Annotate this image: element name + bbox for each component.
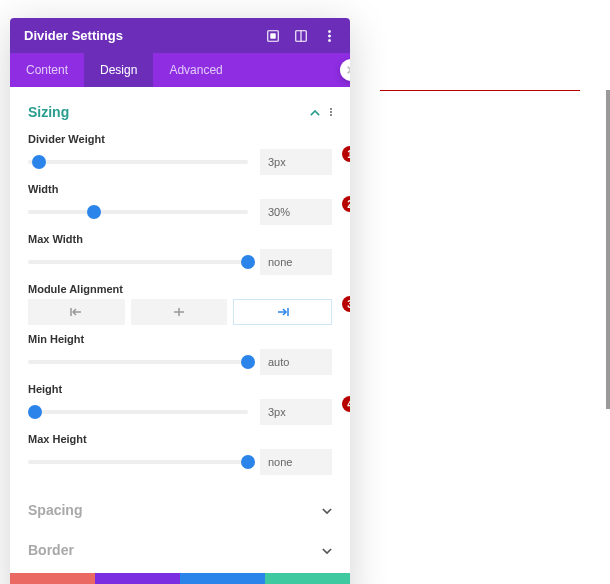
divider-preview <box>380 90 580 91</box>
redo-button[interactable] <box>180 573 265 584</box>
annotation-badge-2: 2 <box>342 196 350 212</box>
annotation-badge-4: 4 <box>342 396 350 412</box>
layout-icon[interactable] <box>294 29 308 43</box>
annotation-badge-1: 1 <box>342 146 350 162</box>
control-max-width: Max Width <box>28 233 332 275</box>
panel-header: Divider Settings <box>10 18 350 53</box>
align-right-button[interactable] <box>233 299 332 325</box>
tab-advanced[interactable]: Advanced <box>153 53 238 87</box>
svg-point-6 <box>328 39 330 41</box>
panel-body: Sizing Divider Weight 1 Width <box>10 87 350 573</box>
slider-height[interactable] <box>28 399 248 425</box>
control-height: Height 4 <box>28 383 332 425</box>
chevron-up-icon <box>310 103 320 121</box>
label-divider-weight: Divider Weight <box>28 133 332 145</box>
label-height: Height <box>28 383 332 395</box>
section-spacing-header[interactable]: Spacing <box>28 483 332 523</box>
tab-content[interactable]: Content <box>10 53 84 87</box>
annotation-badge-3: 3 <box>342 296 350 312</box>
slider-max-height[interactable] <box>28 449 248 475</box>
slider-width[interactable] <box>28 199 248 225</box>
input-height[interactable] <box>260 399 332 425</box>
settings-panel: Divider Settings Content Design Advanced… <box>10 18 350 584</box>
header-actions <box>266 29 336 43</box>
section-border-title: Border <box>28 542 74 558</box>
label-max-height: Max Height <box>28 433 332 445</box>
input-max-width[interactable] <box>260 249 332 275</box>
input-min-height[interactable] <box>260 349 332 375</box>
expand-icon[interactable] <box>266 29 280 43</box>
svg-point-4 <box>328 30 330 32</box>
slider-divider-weight[interactable] <box>28 149 248 175</box>
input-divider-weight[interactable] <box>260 149 332 175</box>
panel-title: Divider Settings <box>24 28 123 43</box>
control-max-height: Max Height <box>28 433 332 475</box>
control-divider-weight: Divider Weight 1 <box>28 133 332 175</box>
section-spacing-title: Spacing <box>28 502 82 518</box>
section-border-header[interactable]: Border <box>28 523 332 563</box>
undo-button[interactable] <box>95 573 180 584</box>
label-max-width: Max Width <box>28 233 332 245</box>
label-width: Width <box>28 183 332 195</box>
align-left-button[interactable] <box>28 299 125 325</box>
input-max-height[interactable] <box>260 449 332 475</box>
close-icon[interactable] <box>340 59 350 81</box>
input-width[interactable] <box>260 199 332 225</box>
save-button[interactable] <box>265 573 350 584</box>
label-min-height: Min Height <box>28 333 332 345</box>
more-icon[interactable] <box>322 29 336 43</box>
chevron-down-icon <box>322 501 332 519</box>
cancel-button[interactable] <box>10 573 95 584</box>
tab-bar: Content Design Advanced <box>10 53 350 87</box>
control-width: Width 2 <box>28 183 332 225</box>
align-center-button[interactable] <box>131 299 228 325</box>
panel-footer <box>10 573 350 584</box>
tab-design[interactable]: Design <box>84 53 153 87</box>
slider-max-width[interactable] <box>28 249 248 275</box>
slider-min-height[interactable] <box>28 349 248 375</box>
svg-rect-1 <box>271 33 276 38</box>
control-module-alignment: Module Alignment 3 <box>28 283 332 325</box>
section-sizing-header[interactable]: Sizing <box>28 93 332 127</box>
svg-point-5 <box>328 34 330 36</box>
chevron-down-icon <box>322 541 332 559</box>
control-min-height: Min Height <box>28 333 332 375</box>
label-module-alignment: Module Alignment <box>28 283 332 295</box>
more-icon[interactable] <box>330 108 332 116</box>
section-sizing-title: Sizing <box>28 104 69 120</box>
